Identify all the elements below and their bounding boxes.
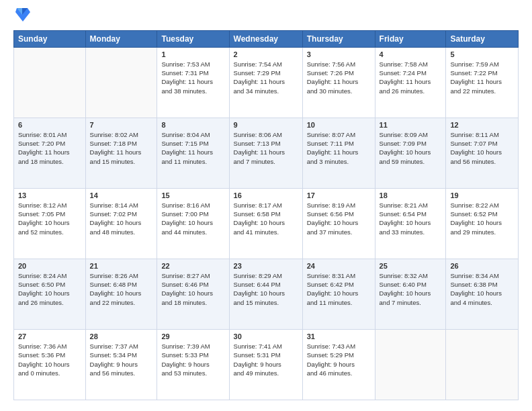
page: Sunday Monday Tuesday Wednesday Thursday… xyxy=(0,0,532,411)
day-number: 17 xyxy=(307,191,371,199)
week-row-4: 20Sunrise: 8:24 AM Sunset: 6:50 PM Dayli… xyxy=(14,259,519,329)
day-info: Sunrise: 8:32 AM Sunset: 6:40 PM Dayligh… xyxy=(380,271,442,307)
day-cell: 28Sunrise: 7:37 AM Sunset: 5:34 PM Dayli… xyxy=(85,329,157,400)
day-info: Sunrise: 7:59 AM Sunset: 7:22 PM Dayligh… xyxy=(450,60,514,95)
day-number: 15 xyxy=(161,191,224,199)
day-info: Sunrise: 8:24 AM Sunset: 6:50 PM Dayligh… xyxy=(18,271,81,307)
day-cell: 26Sunrise: 8:34 AM Sunset: 6:38 PM Dayli… xyxy=(446,259,519,329)
day-number: 9 xyxy=(234,121,298,129)
day-number: 4 xyxy=(380,50,442,58)
day-info: Sunrise: 8:29 AM Sunset: 6:44 PM Dayligh… xyxy=(234,271,298,307)
day-info: Sunrise: 8:21 AM Sunset: 6:54 PM Dayligh… xyxy=(380,201,442,236)
day-cell: 23Sunrise: 8:29 AM Sunset: 6:44 PM Dayli… xyxy=(229,259,302,329)
day-number: 2 xyxy=(234,50,298,58)
calendar-header-row: Sunday Monday Tuesday Wednesday Thursday… xyxy=(14,30,519,47)
day-cell: 7Sunrise: 8:02 AM Sunset: 7:18 PM Daylig… xyxy=(85,118,157,188)
day-cell: 1Sunrise: 7:53 AM Sunset: 7:31 PM Daylig… xyxy=(157,47,229,118)
day-cell: 6Sunrise: 8:01 AM Sunset: 7:20 PM Daylig… xyxy=(14,118,86,188)
col-wednesday: Wednesday xyxy=(229,30,302,47)
day-number: 19 xyxy=(450,191,514,199)
day-number: 16 xyxy=(234,191,298,199)
week-row-2: 6Sunrise: 8:01 AM Sunset: 7:20 PM Daylig… xyxy=(14,118,519,188)
day-info: Sunrise: 7:36 AM Sunset: 5:36 PM Dayligh… xyxy=(18,342,81,377)
day-info: Sunrise: 7:41 AM Sunset: 5:31 PM Dayligh… xyxy=(234,342,298,377)
day-number: 8 xyxy=(161,121,224,129)
day-cell: 22Sunrise: 8:27 AM Sunset: 6:46 PM Dayli… xyxy=(157,259,229,329)
day-number: 20 xyxy=(18,262,81,270)
day-cell: 31Sunrise: 7:43 AM Sunset: 5:29 PM Dayli… xyxy=(302,329,375,400)
day-cell xyxy=(375,329,446,400)
day-info: Sunrise: 7:53 AM Sunset: 7:31 PM Dayligh… xyxy=(161,60,224,95)
day-cell: 12Sunrise: 8:11 AM Sunset: 7:07 PM Dayli… xyxy=(446,118,519,188)
day-info: Sunrise: 8:02 AM Sunset: 7:18 PM Dayligh… xyxy=(90,130,153,166)
day-cell: 27Sunrise: 7:36 AM Sunset: 5:36 PM Dayli… xyxy=(14,329,86,400)
day-info: Sunrise: 7:37 AM Sunset: 5:34 PM Dayligh… xyxy=(90,342,153,377)
logo xyxy=(13,11,30,24)
day-info: Sunrise: 8:34 AM Sunset: 6:38 PM Dayligh… xyxy=(450,271,514,307)
day-number: 5 xyxy=(450,50,514,58)
day-number: 3 xyxy=(307,50,371,58)
day-cell: 24Sunrise: 8:31 AM Sunset: 6:42 PM Dayli… xyxy=(302,259,375,329)
day-cell: 9Sunrise: 8:06 AM Sunset: 7:13 PM Daylig… xyxy=(229,118,302,188)
day-number: 14 xyxy=(90,191,153,199)
calendar-table: Sunday Monday Tuesday Wednesday Thursday… xyxy=(13,30,519,400)
day-cell: 13Sunrise: 8:12 AM Sunset: 7:05 PM Dayli… xyxy=(14,188,86,259)
day-number: 18 xyxy=(380,191,442,199)
day-cell: 3Sunrise: 7:56 AM Sunset: 7:26 PM Daylig… xyxy=(302,47,375,118)
day-cell: 17Sunrise: 8:19 AM Sunset: 6:56 PM Dayli… xyxy=(302,188,375,259)
day-cell: 10Sunrise: 8:07 AM Sunset: 7:11 PM Dayli… xyxy=(302,118,375,188)
day-number: 28 xyxy=(90,332,153,340)
day-cell: 5Sunrise: 7:59 AM Sunset: 7:22 PM Daylig… xyxy=(446,47,519,118)
day-cell: 21Sunrise: 8:26 AM Sunset: 6:48 PM Dayli… xyxy=(85,259,157,329)
day-number: 13 xyxy=(18,191,81,199)
day-info: Sunrise: 7:56 AM Sunset: 7:26 PM Dayligh… xyxy=(307,60,371,95)
day-info: Sunrise: 8:26 AM Sunset: 6:48 PM Dayligh… xyxy=(90,271,153,307)
week-row-1: 1Sunrise: 7:53 AM Sunset: 7:31 PM Daylig… xyxy=(14,47,519,118)
logo-icon xyxy=(15,5,30,23)
day-info: Sunrise: 8:14 AM Sunset: 7:02 PM Dayligh… xyxy=(90,201,153,236)
header xyxy=(13,11,519,24)
day-number: 29 xyxy=(161,332,224,340)
day-number: 6 xyxy=(18,121,81,129)
col-tuesday: Tuesday xyxy=(157,30,229,47)
day-info: Sunrise: 7:39 AM Sunset: 5:33 PM Dayligh… xyxy=(161,342,224,377)
day-cell: 30Sunrise: 7:41 AM Sunset: 5:31 PM Dayli… xyxy=(229,329,302,400)
day-cell: 2Sunrise: 7:54 AM Sunset: 7:29 PM Daylig… xyxy=(229,47,302,118)
day-cell xyxy=(85,47,157,118)
day-info: Sunrise: 8:11 AM Sunset: 7:07 PM Dayligh… xyxy=(450,130,514,166)
day-info: Sunrise: 8:17 AM Sunset: 6:58 PM Dayligh… xyxy=(234,201,298,236)
day-cell: 15Sunrise: 8:16 AM Sunset: 7:00 PM Dayli… xyxy=(157,188,229,259)
week-row-5: 27Sunrise: 7:36 AM Sunset: 5:36 PM Dayli… xyxy=(14,329,519,400)
day-number: 30 xyxy=(234,332,298,340)
day-info: Sunrise: 7:43 AM Sunset: 5:29 PM Dayligh… xyxy=(307,342,371,377)
col-monday: Monday xyxy=(85,30,157,47)
col-sunday: Sunday xyxy=(14,30,86,47)
day-cell: 14Sunrise: 8:14 AM Sunset: 7:02 PM Dayli… xyxy=(85,188,157,259)
day-info: Sunrise: 8:04 AM Sunset: 7:15 PM Dayligh… xyxy=(161,130,224,166)
day-info: Sunrise: 8:22 AM Sunset: 6:52 PM Dayligh… xyxy=(450,201,514,236)
day-info: Sunrise: 8:09 AM Sunset: 7:09 PM Dayligh… xyxy=(380,130,442,166)
day-info: Sunrise: 8:19 AM Sunset: 6:56 PM Dayligh… xyxy=(307,201,371,236)
day-cell: 20Sunrise: 8:24 AM Sunset: 6:50 PM Dayli… xyxy=(14,259,86,329)
day-number: 21 xyxy=(90,262,153,270)
col-friday: Friday xyxy=(375,30,446,47)
day-cell: 16Sunrise: 8:17 AM Sunset: 6:58 PM Dayli… xyxy=(229,188,302,259)
day-number: 31 xyxy=(307,332,371,340)
day-number: 22 xyxy=(161,262,224,270)
day-info: Sunrise: 8:16 AM Sunset: 7:00 PM Dayligh… xyxy=(161,201,224,236)
day-info: Sunrise: 8:01 AM Sunset: 7:20 PM Dayligh… xyxy=(18,130,81,166)
day-info: Sunrise: 8:31 AM Sunset: 6:42 PM Dayligh… xyxy=(307,271,371,307)
day-cell: 29Sunrise: 7:39 AM Sunset: 5:33 PM Dayli… xyxy=(157,329,229,400)
day-info: Sunrise: 8:12 AM Sunset: 7:05 PM Dayligh… xyxy=(18,201,81,236)
day-cell: 8Sunrise: 8:04 AM Sunset: 7:15 PM Daylig… xyxy=(157,118,229,188)
day-number: 25 xyxy=(380,262,442,270)
day-number: 10 xyxy=(307,121,371,129)
day-info: Sunrise: 8:27 AM Sunset: 6:46 PM Dayligh… xyxy=(161,271,224,307)
day-number: 26 xyxy=(450,262,514,270)
day-number: 11 xyxy=(380,121,442,129)
day-number: 24 xyxy=(307,262,371,270)
day-cell: 4Sunrise: 7:58 AM Sunset: 7:24 PM Daylig… xyxy=(375,47,446,118)
day-info: Sunrise: 8:06 AM Sunset: 7:13 PM Dayligh… xyxy=(234,130,298,166)
day-cell xyxy=(446,329,519,400)
day-cell: 25Sunrise: 8:32 AM Sunset: 6:40 PM Dayli… xyxy=(375,259,446,329)
